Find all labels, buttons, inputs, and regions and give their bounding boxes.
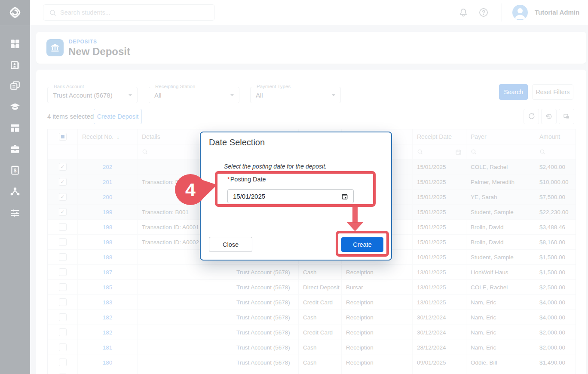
- app-window: $ Search students... Tutorial Admin DEPO…: [0, 0, 588, 374]
- annotation-step-number: 4: [185, 179, 196, 200]
- annotation-highlight-create: [336, 231, 389, 257]
- modal-note: Select the posting date for the deposit.: [224, 163, 327, 170]
- annotation-highlight-posting-date: [215, 171, 376, 207]
- modal-divider: [201, 152, 391, 152]
- close-button[interactable]: Close: [209, 237, 252, 252]
- annotation-arrow-down: [346, 207, 364, 232]
- modal-title: Date Selection: [209, 138, 265, 147]
- annotation-step-balloon: 4: [174, 173, 218, 207]
